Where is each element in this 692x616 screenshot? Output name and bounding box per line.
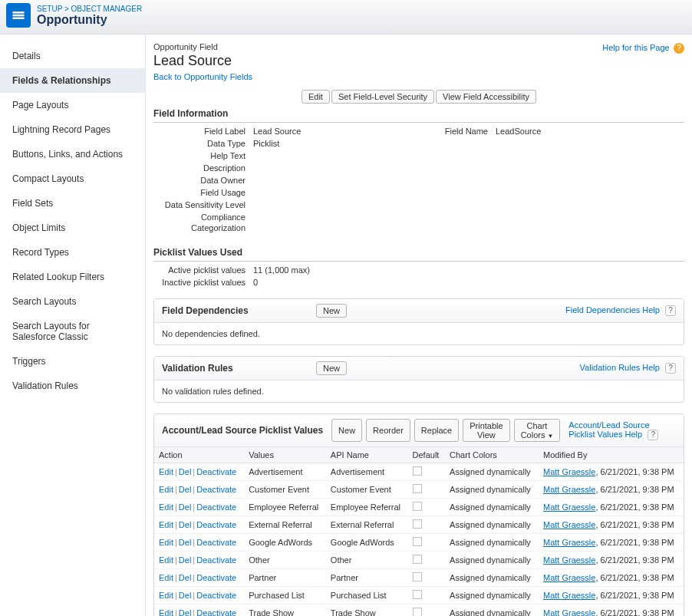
value-cell: Customer Event xyxy=(244,481,326,499)
sidebar-item[interactable]: Buttons, Links, and Actions xyxy=(0,142,145,166)
picklist-panel-button[interactable]: Reorder xyxy=(366,419,410,442)
deactivate-link[interactable]: Deactivate xyxy=(196,555,236,565)
picklist-panel-button[interactable]: New xyxy=(331,419,362,442)
edit-link[interactable]: Edit xyxy=(159,555,173,565)
deactivate-link[interactable]: Deactivate xyxy=(196,520,236,529)
picklist-panel-button[interactable]: Chart Colors▼ xyxy=(514,419,561,442)
sidebar-item[interactable]: Lightning Record Pages xyxy=(0,117,145,142)
default-checkbox[interactable] xyxy=(413,590,422,599)
sidebar-item[interactable]: Object Limits xyxy=(0,216,145,240)
default-checkbox[interactable] xyxy=(413,466,422,476)
user-link[interactable]: Matt Graessle xyxy=(543,608,595,616)
edit-link[interactable]: Edit xyxy=(159,608,173,616)
help-q-icon[interactable]: ? xyxy=(665,305,676,316)
sidebar-item[interactable]: Search Layouts xyxy=(0,289,145,314)
edit-link[interactable]: Edit xyxy=(159,485,173,494)
default-checkbox[interactable] xyxy=(413,502,422,511)
edit-link[interactable]: Edit xyxy=(159,573,173,582)
sidebar: DetailsFields & RelationshipsPage Layout… xyxy=(0,35,146,616)
top-button[interactable]: Set Field-Level Security xyxy=(331,90,434,104)
deactivate-link[interactable]: Deactivate xyxy=(196,608,236,616)
column-header: Chart Colors xyxy=(445,447,539,463)
sidebar-item[interactable]: Page Layouts xyxy=(0,93,145,117)
field-dependencies-help-link[interactable]: Field Dependencies Help xyxy=(565,305,660,315)
user-link[interactable]: Matt Graessle xyxy=(543,591,595,600)
breadcrumb-setup[interactable]: SETUP xyxy=(37,5,62,13)
chart-colors-cell: Assigned dynamically xyxy=(445,587,539,604)
column-header: Default xyxy=(408,447,446,463)
sidebar-item[interactable]: Triggers xyxy=(0,349,145,374)
sidebar-item[interactable]: Fields & Relationships xyxy=(0,68,145,93)
object-icon xyxy=(6,3,31,28)
value-cell: Other xyxy=(244,552,326,569)
picklist-values-help-link[interactable]: Account/Lead Source Picklist Values Help xyxy=(568,420,649,439)
help-link[interactable]: Help for this Page xyxy=(602,43,669,52)
help-q-icon[interactable]: ? xyxy=(648,430,658,440)
user-link[interactable]: Matt Graessle xyxy=(543,573,595,582)
default-checkbox[interactable] xyxy=(413,572,422,581)
edit-link[interactable]: Edit xyxy=(159,467,173,476)
del-link[interactable]: Del xyxy=(179,573,192,582)
value-cell: Advertisement xyxy=(244,463,326,481)
table-row: Edit|Del|DeactivateExternal ReferralExte… xyxy=(154,516,684,534)
info-label: Active picklist values xyxy=(153,265,253,275)
del-link[interactable]: Del xyxy=(179,485,192,494)
sidebar-item[interactable]: Search Layouts for Salesforce Classic xyxy=(0,314,145,349)
validation-rules-new-button[interactable]: New xyxy=(316,361,347,375)
page-subtitle: Opportunity Field xyxy=(153,42,252,51)
default-checkbox[interactable] xyxy=(413,537,422,546)
default-checkbox[interactable] xyxy=(413,519,422,529)
user-link[interactable]: Matt Graessle xyxy=(543,485,595,494)
del-link[interactable]: Del xyxy=(179,520,192,529)
chart-colors-cell: Assigned dynamically xyxy=(445,604,539,617)
del-link[interactable]: Del xyxy=(179,555,192,565)
top-button[interactable]: Edit xyxy=(302,90,330,104)
api-name-cell: Other xyxy=(326,552,408,569)
del-link[interactable]: Del xyxy=(179,502,192,512)
edit-link[interactable]: Edit xyxy=(159,520,173,529)
picklist-panel-button[interactable]: Replace xyxy=(414,419,459,442)
deactivate-link[interactable]: Deactivate xyxy=(196,591,236,600)
sidebar-item[interactable]: Compact Layouts xyxy=(0,166,145,191)
value-cell: Purchased List xyxy=(244,587,326,604)
sidebar-item[interactable]: Field Sets xyxy=(0,191,145,216)
sidebar-item[interactable]: Details xyxy=(0,44,145,68)
help-q-icon[interactable]: ? xyxy=(665,363,676,374)
validation-rules-help-link[interactable]: Validation Rules Help xyxy=(580,363,660,372)
user-link[interactable]: Matt Graessle xyxy=(543,502,595,512)
back-link[interactable]: Back to Opportunity Fields xyxy=(153,72,252,81)
breadcrumb-object-manager[interactable]: OBJECT MANAGER xyxy=(71,5,143,13)
edit-link[interactable]: Edit xyxy=(159,591,173,600)
deactivate-link[interactable]: Deactivate xyxy=(196,573,236,582)
default-checkbox[interactable] xyxy=(413,608,422,616)
del-link[interactable]: Del xyxy=(179,591,192,600)
edit-link[interactable]: Edit xyxy=(159,502,173,512)
main-content: Opportunity Field Lead Source Back to Op… xyxy=(146,35,692,616)
sidebar-item[interactable]: Record Types xyxy=(0,240,145,265)
sidebar-item[interactable]: Validation Rules xyxy=(0,374,145,398)
table-row: Edit|Del|DeactivateOtherOtherAssigned dy… xyxy=(154,552,684,569)
user-link[interactable]: Matt Graessle xyxy=(543,467,595,476)
del-link[interactable]: Del xyxy=(179,538,192,547)
default-checkbox[interactable] xyxy=(413,484,422,493)
del-link[interactable]: Del xyxy=(179,467,192,476)
top-button[interactable]: View Field Accessibility xyxy=(436,90,536,104)
sidebar-item[interactable]: Related Lookup Filters xyxy=(0,265,145,289)
deactivate-link[interactable]: Deactivate xyxy=(196,485,236,494)
deactivate-link[interactable]: Deactivate xyxy=(196,538,236,547)
modified-by-cell: Matt Graessle, 6/21/2021, 9:38 PM xyxy=(539,534,684,552)
edit-link[interactable]: Edit xyxy=(159,538,173,547)
info-label: Description xyxy=(153,163,253,173)
deactivate-link[interactable]: Deactivate xyxy=(196,502,236,512)
user-link[interactable]: Matt Graessle xyxy=(543,555,595,565)
help-icon[interactable]: ? xyxy=(674,43,684,54)
user-link[interactable]: Matt Graessle xyxy=(543,520,595,529)
page-title: Lead Source xyxy=(153,53,252,69)
field-dependencies-new-button[interactable]: New xyxy=(316,304,347,318)
picklist-panel-button[interactable]: Printable View xyxy=(463,419,509,442)
del-link[interactable]: Del xyxy=(179,608,192,616)
user-link[interactable]: Matt Graessle xyxy=(543,538,595,547)
deactivate-link[interactable]: Deactivate xyxy=(196,467,236,476)
info-value xyxy=(253,163,419,173)
default-checkbox[interactable] xyxy=(413,555,422,564)
